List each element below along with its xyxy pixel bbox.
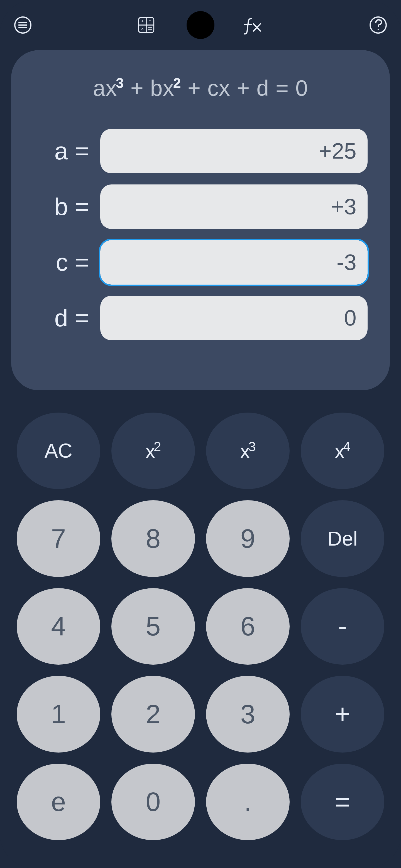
- calculator-grid-icon[interactable]: + − ×: [136, 15, 156, 35]
- coefficient-label: a =: [33, 137, 89, 165]
- coefficient-row: c =-3: [33, 240, 368, 285]
- key-equals[interactable]: =: [301, 764, 384, 840]
- key-plus[interactable]: +: [301, 676, 384, 752]
- coefficient-row: a =+25: [33, 129, 368, 173]
- equation-formula: ax3 + bx2 + cx + d = 0: [93, 75, 308, 101]
- key-0[interactable]: 0: [111, 764, 195, 840]
- key-9[interactable]: 9: [206, 500, 290, 577]
- key-ac[interactable]: AC: [17, 412, 100, 489]
- menu-icon[interactable]: [13, 15, 33, 35]
- camera-notch: [187, 11, 214, 39]
- key-6[interactable]: 6: [206, 588, 290, 664]
- coefficient-input[interactable]: 0: [100, 296, 368, 340]
- key-dot[interactable]: .: [206, 764, 290, 840]
- svg-text:×: ×: [141, 26, 144, 31]
- key-5[interactable]: 5: [111, 588, 195, 664]
- coefficient-input[interactable]: +3: [100, 184, 368, 229]
- fx-icon[interactable]: [240, 15, 265, 35]
- coefficient-row: d =0: [33, 296, 368, 340]
- coefficient-label: b =: [33, 192, 89, 221]
- svg-text:+: +: [141, 18, 144, 24]
- keypad: AC x2 x3 x4 7 8 9 Del 4 5 6 - 1 2 3 + e …: [11, 407, 390, 857]
- coefficient-label: d =: [33, 304, 89, 332]
- coefficient-row: b =+3: [33, 184, 368, 229]
- key-x3[interactable]: x3: [206, 412, 290, 489]
- coefficient-input[interactable]: +25: [100, 129, 368, 173]
- key-4[interactable]: 4: [17, 588, 100, 664]
- coefficient-input[interactable]: -3: [100, 240, 368, 285]
- key-3[interactable]: 3: [206, 676, 290, 752]
- svg-text:−: −: [149, 18, 151, 23]
- key-x4[interactable]: x4: [301, 412, 384, 489]
- key-7[interactable]: 7: [17, 500, 100, 577]
- svg-point-16: [378, 29, 379, 30]
- key-del[interactable]: Del: [301, 500, 384, 577]
- coefficient-label: c =: [33, 248, 89, 277]
- app-frame: + − ×: [0, 0, 401, 868]
- key-8[interactable]: 8: [111, 500, 195, 577]
- key-e[interactable]: e: [17, 764, 100, 840]
- equation-display: ax3 + bx2 + cx + d = 0 a =+25b =+3c =-3d…: [11, 50, 390, 390]
- key-minus[interactable]: -: [301, 588, 384, 664]
- key-2[interactable]: 2: [111, 676, 195, 752]
- help-icon[interactable]: [368, 15, 388, 35]
- key-1[interactable]: 1: [17, 676, 100, 752]
- key-x2[interactable]: x2: [111, 412, 195, 489]
